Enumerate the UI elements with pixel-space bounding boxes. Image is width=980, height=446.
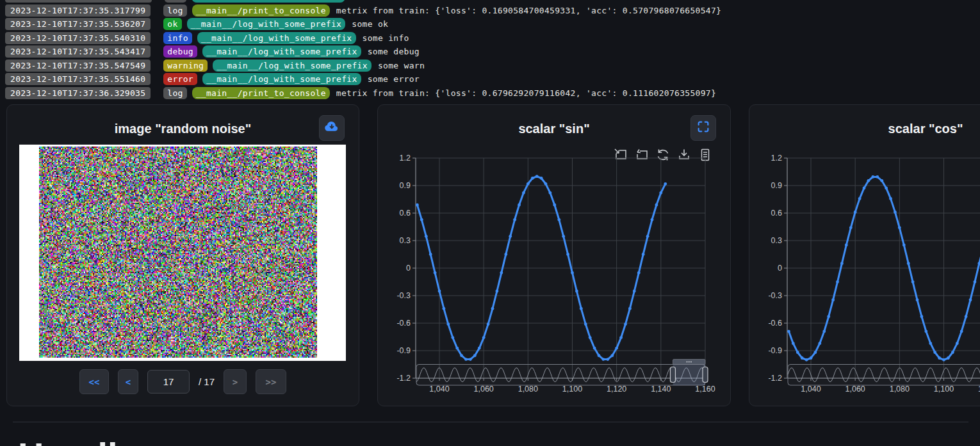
svg-text:1.2: 1.2 (400, 154, 411, 163)
svg-text:1.2: 1.2 (771, 154, 782, 163)
log-level-badge: warning (163, 60, 208, 72)
svg-text:0: 0 (406, 264, 411, 273)
svg-text:1,060: 1,060 (845, 385, 865, 394)
log-level-badge: ok (163, 18, 181, 30)
log-row: 2023-12-10T17:37:35.536207 ok __main__/l… (5, 18, 980, 30)
log-row: 2023-12-10T17:37:35.543417 debug __main_… (5, 45, 980, 58)
log-timestamp: 2023-12-10T17:37:35.317799 (5, 4, 151, 17)
log-source-badge: __main__/log_with_some_prefix (202, 73, 361, 85)
log-timestamp: 2023-12-10T17:37:36.329035 (5, 87, 151, 99)
svg-text:1,100: 1,100 (934, 385, 954, 394)
svg-text:1,040: 1,040 (801, 385, 821, 394)
svg-text:0.9: 0.9 (400, 181, 411, 190)
log-source-badge: __main__/log_with_some_prefix (202, 45, 361, 58)
log-timestamp: 2023-12-10T17:37:35.536207 (5, 18, 151, 30)
log-source-badge (192, 0, 345, 3)
log-level-badge: log (163, 87, 186, 99)
log-console: 2023-12-10T17:37:35.317799 log __main__/… (5, 0, 980, 100)
log-level-badge: debug (163, 45, 197, 58)
log-row: 2023-12-10T17:37:35.317799 log __main__/… (5, 4, 980, 17)
image-card-title: image "random noise" (7, 122, 359, 136)
image-pagination: << < / 17 > >> (7, 370, 359, 394)
datazoom-right-handle[interactable] (703, 367, 708, 383)
log-message: some error (368, 74, 420, 84)
datazoom-selection[interactable] (673, 365, 705, 386)
svg-text:1,160: 1,160 (695, 385, 715, 394)
log-source-badge: __main__/log_with_some_prefix (213, 60, 372, 72)
log-source-badge: __main__/log_with_some_prefix (187, 18, 346, 30)
log-source-badge: __main__/print_to_console (192, 87, 330, 99)
log-timestamp: 2023-12-10T17:37:35.551460 (5, 73, 151, 85)
svg-text:0: 0 (778, 264, 782, 273)
log-level-badge: info (163, 32, 192, 44)
log-row: 2023-12-10T17:37:35.551460 error __main_… (5, 73, 980, 85)
last-page-button[interactable]: >> (256, 369, 286, 394)
sin-chart[interactable]: 1.20.90.60.30-0.3-0.6-0.9-1.21,0401,0601… (378, 105, 731, 406)
log-timestamp (5, 0, 152, 3)
svg-text:1,140: 1,140 (651, 385, 671, 394)
svg-text:-0.3: -0.3 (768, 291, 782, 300)
svg-text:1,100: 1,100 (562, 385, 582, 394)
svg-text:-1.2: -1.2 (396, 374, 411, 383)
cos-chart[interactable]: 1.20.90.60.30-0.3-0.6-0.9-1.21,0401,0601… (749, 105, 980, 406)
log-message: metrix from train: {'loss': 0.6796292079… (336, 88, 716, 98)
log-row (5, 0, 980, 3)
datazoom-left-handle[interactable] (670, 367, 675, 383)
svg-text:0.9: 0.9 (771, 181, 782, 190)
dashboard: 2023-12-10T17:37:35.317799 log __main__/… (0, 0, 980, 446)
svg-text:0.6: 0.6 (771, 209, 782, 218)
svg-text:1,060: 1,060 (474, 385, 494, 394)
page-total-label: / 17 (199, 376, 215, 387)
log-source-badge: __main__/log_with_some_prefix (197, 32, 356, 44)
svg-text:1,040: 1,040 (429, 385, 449, 394)
log-source-badge: __main__/print_to_console (192, 4, 330, 17)
scalar-sin-card: scalar "sin" (377, 104, 731, 406)
image-card: image "random noise" << < / 17 > >> (6, 104, 359, 406)
svg-text:1,080: 1,080 (890, 385, 910, 394)
first-page-button[interactable]: << (79, 369, 109, 394)
svg-text:-0.3: -0.3 (396, 291, 411, 300)
log-message: some info (363, 33, 409, 43)
section-divider (13, 422, 968, 422)
log-timestamp: 2023-12-10T17:37:35.540310 (5, 32, 151, 44)
log-row: 2023-12-10T17:37:35.540310 info __main__… (5, 32, 980, 44)
image-frame (19, 145, 346, 361)
next-section-heading: Handlers (18, 438, 172, 446)
random-noise-image (39, 147, 317, 358)
svg-text:-0.9: -0.9 (396, 346, 411, 355)
page-number-input[interactable] (147, 370, 190, 394)
svg-text:0.6: 0.6 (400, 209, 411, 218)
svg-text:-0.9: -0.9 (768, 346, 782, 355)
svg-text:-1.2: -1.2 (768, 374, 782, 383)
log-message: some debug (368, 47, 420, 56)
svg-text:-0.6: -0.6 (768, 319, 782, 328)
log-timestamp: 2023-12-10T17:37:35.543417 (5, 45, 151, 58)
log-row: 2023-12-10T17:37:36.329035 log __main__/… (5, 87, 980, 99)
cloud-download-button[interactable] (319, 115, 345, 141)
log-timestamp: 2023-12-10T17:37:35.547549 (5, 60, 151, 72)
svg-text:1,120: 1,120 (607, 385, 626, 394)
svg-text:-0.6: -0.6 (396, 319, 411, 328)
svg-text:0.3: 0.3 (400, 236, 411, 245)
log-level-badge: error (163, 73, 197, 85)
log-row: 2023-12-10T17:37:35.547549 warning __mai… (5, 60, 980, 72)
svg-text:1,080: 1,080 (518, 385, 538, 394)
log-level-badge: log (163, 4, 186, 17)
scalar-cos-card: scalar "cos" 1.20.90.60.30-0.3-0.6-0.9-1… (749, 104, 980, 406)
log-level-badge (165, 0, 186, 3)
log-message: metrix from train: {'loss': 0.1690584700… (336, 6, 721, 15)
next-page-button[interactable]: > (224, 369, 247, 394)
svg-text:0.3: 0.3 (771, 236, 782, 245)
log-message: some warn (378, 61, 425, 70)
cloud-download-icon (323, 118, 340, 138)
log-message: some ok (352, 19, 388, 29)
prev-page-button[interactable]: < (118, 369, 138, 394)
